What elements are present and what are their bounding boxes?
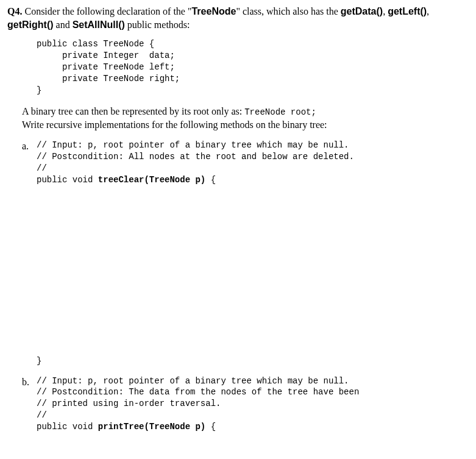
intro-text-3: public methods:	[125, 20, 190, 30]
part-b-sig-bold: printTree(TreeNode p)	[98, 422, 205, 432]
part-b: b. // Input: p, root pointer of a binary…	[22, 375, 469, 433]
part-b-code: // Input: p, root pointer of a binary tr…	[37, 375, 359, 433]
question-header: Q4. Consider the following declaration o…	[7, 5, 469, 31]
description-block: A binary tree can then be represented by…	[22, 105, 469, 131]
method-setallnull: SetAllNull()	[73, 20, 125, 30]
part-b-sig-pre: public void	[37, 422, 98, 432]
intro-text-2: " class, which also has the	[236, 6, 340, 16]
part-b-comment3: // printed using in-order traversal.	[37, 399, 221, 408]
part-a-code: // Input: p, root pointer of a binary tr…	[37, 140, 354, 186]
part-a-comment3: //	[37, 163, 47, 173]
desc-line2: Write recursive implementations for the …	[22, 119, 327, 130]
method-getright: getRight()	[7, 20, 54, 30]
sep1: ,	[383, 6, 388, 16]
sep3: and	[54, 20, 73, 30]
desc-line1-code: TreeNode root;	[244, 107, 316, 117]
part-a-comment2: // Postcondition: All nodes at the root …	[37, 152, 354, 162]
part-a-sig-pre: public void	[37, 175, 98, 185]
class-code-block: public class TreeNode { private Integer …	[37, 38, 469, 96]
desc-line1-pre: A binary tree can then be represented by…	[22, 106, 244, 116]
question-label: Q4.	[7, 6, 22, 16]
class-name: TreeNode	[191, 6, 236, 16]
part-a-answer-space	[7, 191, 469, 355]
part-a-sig-post: {	[205, 175, 216, 185]
part-b-sig-post: {	[205, 422, 216, 432]
part-b-comment1: // Input: p, root pointer of a binary tr…	[37, 376, 349, 386]
part-a-close-brace: }	[37, 355, 469, 367]
method-getdata: getData()	[341, 6, 383, 16]
part-b-comment4: //	[37, 410, 47, 420]
part-b-comment2: // Postcondition: The data from the node…	[37, 387, 359, 397]
intro-text-1: Consider the following declaration of th…	[24, 6, 191, 16]
part-b-label: b.	[22, 375, 37, 389]
part-a: a. // Input: p, root pointer of a binary…	[22, 140, 469, 186]
sep2: ,	[427, 6, 429, 16]
part-a-label: a.	[22, 140, 37, 153]
method-getleft: getLeft()	[388, 6, 427, 16]
part-a-sig-bold: treeClear(TreeNode p)	[98, 175, 205, 185]
part-a-comment1: // Input: p, root pointer of a binary tr…	[37, 140, 349, 150]
